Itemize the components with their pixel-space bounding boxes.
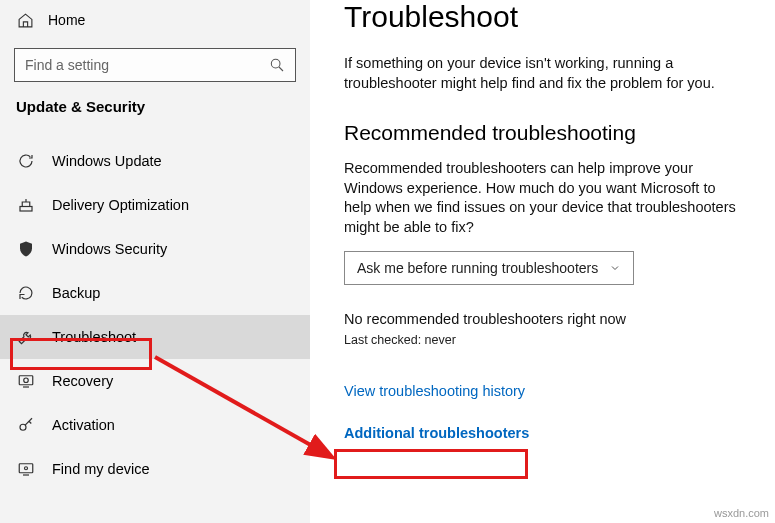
sidebar-item-windows-update[interactable]: Windows Update [0,139,310,183]
settings-sidebar: Home Update & Security Windows Update De… [0,0,310,523]
recommended-heading: Recommended troubleshooting [344,121,757,145]
search-input[interactable] [25,57,269,73]
no-recommended-text: No recommended troubleshooters right now [344,311,757,327]
sidebar-item-label: Find my device [52,461,150,477]
intro-text: If something on your device isn't workin… [344,54,744,93]
svg-point-0 [271,59,280,68]
view-history-link[interactable]: View troubleshooting history [344,383,525,399]
wrench-icon [16,327,36,347]
svg-point-4 [24,378,29,383]
delivery-icon [16,195,36,215]
sidebar-item-troubleshoot[interactable]: Troubleshoot [0,315,310,359]
sidebar-item-find-my-device[interactable]: Find my device [0,447,310,491]
sidebar-item-delivery-optimization[interactable]: Delivery Optimization [0,183,310,227]
sync-icon [16,151,36,171]
key-icon [16,415,36,435]
home-nav[interactable]: Home [0,2,310,38]
sidebar-item-backup[interactable]: Backup [0,271,310,315]
search-icon [269,57,285,73]
sidebar-item-label: Backup [52,285,100,301]
troubleshoot-preference-dropdown[interactable]: Ask me before running troubleshooters [344,251,634,285]
backup-icon [16,283,36,303]
sidebar-item-activation[interactable]: Activation [0,403,310,447]
location-icon [16,459,36,479]
svg-rect-2 [20,207,32,212]
sidebar-item-label: Windows Update [52,153,162,169]
chevron-down-icon [609,262,621,274]
main-pane: Troubleshoot If something on your device… [310,0,775,523]
svg-point-8 [25,467,28,470]
sidebar-item-label: Recovery [52,373,113,389]
additional-troubleshooters-link[interactable]: Additional troubleshooters [344,425,529,441]
recommended-body: Recommended troubleshooters can help imp… [344,159,744,237]
sidebar-item-windows-security[interactable]: Windows Security [0,227,310,271]
sidebar-item-recovery[interactable]: Recovery [0,359,310,403]
svg-line-1 [279,67,283,71]
dropdown-value: Ask me before running troubleshooters [357,260,598,276]
search-box[interactable] [14,48,296,82]
last-checked-text: Last checked: never [344,333,757,347]
sidebar-item-label: Windows Security [52,241,167,257]
sidebar-item-label: Delivery Optimization [52,197,189,213]
svg-rect-7 [19,464,33,473]
home-label: Home [48,12,85,28]
home-icon [16,11,34,29]
recovery-icon [16,371,36,391]
sidebar-item-label: Activation [52,417,115,433]
sidebar-item-label: Troubleshoot [52,329,136,345]
section-title: Update & Security [0,98,310,139]
watermark: wsxdn.com [714,507,769,519]
svg-rect-3 [19,376,33,385]
shield-icon [16,239,36,259]
page-title: Troubleshoot [344,0,757,34]
